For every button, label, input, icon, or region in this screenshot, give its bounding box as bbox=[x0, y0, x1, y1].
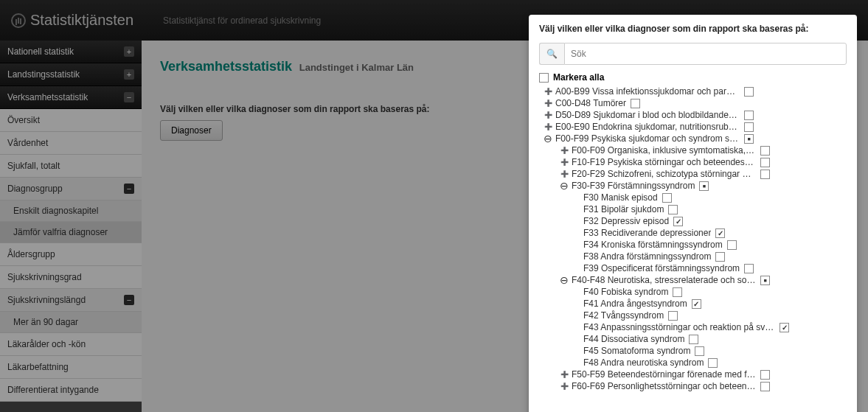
expand-icon[interactable]: ➕ bbox=[560, 382, 569, 391]
tree-checkbox[interactable] bbox=[699, 181, 709, 191]
tree-label: F00-F99 Psykiska sjukdomar och syndrom s… bbox=[555, 133, 740, 144]
mark-all-row[interactable]: Markera alla bbox=[539, 72, 847, 83]
tree-row[interactable]: ➕F60-F69 Personlighetsstörningar och bet… bbox=[539, 380, 847, 392]
tree-row[interactable]: ➕E00-E90 Endokrina sjukdomar, nutritions… bbox=[539, 121, 847, 133]
spacer bbox=[572, 228, 580, 237]
tree-label: F39 Ospecificerat förstämningssyndrom bbox=[583, 263, 740, 273]
search-icon: 🔍 bbox=[539, 43, 564, 65]
tree-label: F34 Kroniska förstämningssyndrom bbox=[583, 240, 723, 250]
tree-row[interactable]: F31 Bipolär sjukdom bbox=[539, 203, 847, 215]
tree-label: F31 Bipolär sjukdom bbox=[583, 204, 664, 214]
tree-row[interactable]: F32 Depressiv episod bbox=[539, 215, 847, 227]
search-group: 🔍 bbox=[539, 43, 847, 65]
tree-checkbox[interactable] bbox=[668, 311, 678, 321]
tree-row[interactable]: ⊖F30-F39 Förstämningssyndrom bbox=[539, 180, 847, 192]
tree-checkbox[interactable] bbox=[760, 170, 770, 179]
tree-checkbox[interactable] bbox=[673, 287, 682, 297]
panel-title: Välj vilken eller vilka diagnoser som di… bbox=[539, 24, 847, 34]
expand-icon[interactable]: ➕ bbox=[544, 99, 552, 108]
spacer bbox=[572, 217, 580, 226]
tree-checkbox[interactable] bbox=[760, 276, 770, 285]
tree-row[interactable]: ➕C00-D48 Tumörer bbox=[539, 97, 847, 109]
expand-icon[interactable]: ➕ bbox=[560, 370, 569, 379]
tree-checkbox[interactable] bbox=[744, 134, 754, 144]
tree-label: F10-F19 Psykiska störningar och beteende… bbox=[572, 157, 756, 167]
tree-row[interactable]: ➕F10-F19 Psykiska störningar och beteend… bbox=[539, 156, 847, 168]
tree-checkbox[interactable] bbox=[715, 228, 725, 238]
tree-row[interactable]: F44 Dissociativa syndrom bbox=[539, 333, 847, 345]
mark-all-checkbox[interactable] bbox=[539, 73, 549, 83]
tree-checkbox[interactable] bbox=[708, 358, 718, 368]
tree-label: F48 Andra neurotiska syndrom bbox=[583, 357, 704, 368]
tree-label: F40-F48 Neurotiska, stressrelaterade och… bbox=[572, 275, 756, 285]
expand-icon[interactable]: ➕ bbox=[560, 170, 569, 178]
spacer bbox=[572, 335, 580, 343]
spacer bbox=[572, 240, 580, 249]
spacer bbox=[572, 299, 580, 308]
tree-label: F42 Tvångssyndrom bbox=[583, 310, 664, 321]
spacer bbox=[572, 264, 580, 273]
tree-row[interactable]: ⊖F00-F99 Psykiska sjukdomar och syndrom … bbox=[539, 133, 847, 144]
tree-checkbox[interactable] bbox=[692, 299, 701, 309]
tree-row[interactable]: F45 Somatoforma syndrom bbox=[539, 345, 847, 357]
diagnosis-tree: ➕A00-B99 Vissa infektionssjukdomar och p… bbox=[539, 85, 847, 392]
tree-row[interactable]: ➕A00-B99 Vissa infektionssjukdomar och p… bbox=[539, 85, 847, 97]
tree-row[interactable]: F42 Tvångssyndrom bbox=[539, 310, 847, 321]
tree-label: D50-D89 Sjukdomar i blod och blodbildand… bbox=[555, 110, 740, 120]
tree-row[interactable]: ➕F50-F59 Beteendestörningar förenade med… bbox=[539, 369, 847, 380]
tree-checkbox[interactable] bbox=[744, 122, 754, 132]
tree-label: F32 Depressiv episod bbox=[583, 216, 669, 226]
tree-checkbox[interactable] bbox=[689, 335, 698, 344]
tree-label: F43 Anpassningsstörningar och reaktion p… bbox=[583, 322, 775, 332]
tree-label: E00-E90 Endokrina sjukdomar, nutritionsr… bbox=[555, 122, 740, 132]
spacer bbox=[572, 346, 580, 355]
tree-row[interactable]: ➕F00-F09 Organiska, inklusive symtomatis… bbox=[539, 144, 847, 156]
tree-checkbox[interactable] bbox=[668, 205, 678, 214]
tree-row[interactable]: F41 Andra ångestsyndrom bbox=[539, 298, 847, 310]
tree-checkbox[interactable] bbox=[727, 240, 737, 250]
spacer bbox=[572, 205, 580, 214]
tree-checkbox[interactable] bbox=[760, 146, 770, 156]
spacer bbox=[572, 311, 580, 320]
tree-checkbox[interactable] bbox=[780, 323, 789, 332]
tree-row[interactable]: F30 Manisk episod bbox=[539, 192, 847, 203]
tree-checkbox[interactable] bbox=[760, 370, 770, 380]
tree-checkbox[interactable] bbox=[695, 346, 704, 356]
tree-checkbox[interactable] bbox=[744, 264, 754, 273]
tree-checkbox[interactable] bbox=[744, 111, 754, 120]
tree-row[interactable]: ➕D50-D89 Sjukdomar i blod och blodbildan… bbox=[539, 109, 847, 121]
tree-checkbox[interactable] bbox=[631, 99, 640, 108]
tree-checkbox[interactable] bbox=[715, 252, 725, 262]
tree-row[interactable]: F33 Recidiverande depressioner bbox=[539, 227, 847, 239]
tree-label: F20-F29 Schizofreni, schizotypa störning… bbox=[572, 169, 756, 179]
tree-checkbox[interactable] bbox=[673, 217, 683, 226]
tree-row[interactable]: F40 Fobiska syndrom bbox=[539, 286, 847, 298]
tree-row[interactable]: ➕F20-F29 Schizofreni, schizotypa störnin… bbox=[539, 168, 847, 180]
tree-row[interactable]: F48 Andra neurotiska syndrom bbox=[539, 357, 847, 369]
tree-row[interactable]: F38 Andra förstämningssyndrom bbox=[539, 251, 847, 262]
tree-label: F60-F69 Personlighetsstörningar och bete… bbox=[572, 381, 756, 391]
expand-icon[interactable]: ➕ bbox=[544, 122, 552, 131]
tree-row[interactable]: F39 Ospecificerat förstämningssyndrom bbox=[539, 262, 847, 274]
tree-label: F00-F09 Organiska, inklusive symtomatisk… bbox=[572, 145, 756, 156]
tree-checkbox[interactable] bbox=[760, 158, 770, 167]
tree-label: F38 Andra förstämningssyndrom bbox=[583, 251, 711, 262]
mark-all-label: Markera alla bbox=[553, 72, 604, 83]
expand-icon[interactable]: ➕ bbox=[560, 158, 569, 167]
expand-icon[interactable]: ➕ bbox=[544, 87, 552, 96]
tree-checkbox[interactable] bbox=[662, 193, 672, 203]
tree-row[interactable]: F43 Anpassningsstörningar och reaktion p… bbox=[539, 321, 847, 333]
collapse-icon[interactable]: ⊖ bbox=[560, 181, 569, 190]
spacer bbox=[572, 358, 580, 367]
search-input[interactable] bbox=[564, 43, 847, 65]
collapse-icon[interactable]: ⊖ bbox=[560, 276, 569, 284]
expand-icon[interactable]: ➕ bbox=[544, 111, 552, 119]
tree-label: C00-D48 Tumörer bbox=[555, 98, 626, 108]
tree-row[interactable]: ⊖F40-F48 Neurotiska, stressrelaterade oc… bbox=[539, 274, 847, 286]
tree-row[interactable]: F34 Kroniska förstämningssyndrom bbox=[539, 239, 847, 251]
tree-checkbox[interactable] bbox=[744, 87, 754, 97]
collapse-icon[interactable]: ⊖ bbox=[544, 134, 552, 143]
expand-icon[interactable]: ➕ bbox=[560, 146, 569, 155]
tree-label: F40 Fobiska syndrom bbox=[583, 287, 668, 297]
tree-checkbox[interactable] bbox=[760, 382, 770, 391]
